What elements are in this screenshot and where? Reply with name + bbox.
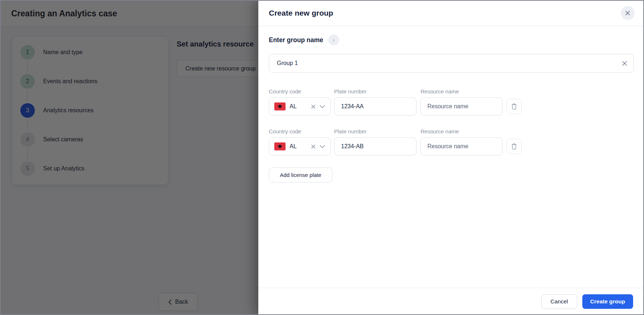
info-icon[interactable]: i [328,35,339,45]
select-icons [311,104,325,109]
chevron-down-icon[interactable] [320,145,325,148]
resource-name-label: Resource name [421,88,459,94]
close-button[interactable] [621,6,635,20]
country-code-select[interactable]: AL [269,97,331,116]
close-icon [625,10,631,16]
delete-plate-row-button[interactable] [506,139,522,154]
group-name-input[interactable] [269,54,634,73]
create-group-button[interactable]: Create group [582,294,633,309]
select-icons [311,144,325,149]
country-code-label: Country code [269,88,301,94]
resource-name-label: Resource name [421,128,459,134]
resource-name-input[interactable] [421,97,503,116]
group-name-section: Enter group name i [269,35,339,45]
group-name-field-wrap [269,54,634,73]
albania-flag-icon [274,142,286,150]
resource-name-input[interactable] [421,137,503,156]
country-code-select[interactable]: AL [269,137,331,156]
plate-number-input[interactable] [334,97,417,116]
drawer-footer: Cancel Create group [258,288,644,315]
clear-selection-icon[interactable] [311,144,316,149]
plate-number-label: Plate number [334,88,366,94]
delete-plate-row-button[interactable] [506,99,522,114]
trash-icon [511,103,517,110]
plate-number-label: Plate number [334,128,366,134]
plate-number-input[interactable] [334,137,417,156]
country-code-value: AL [290,103,297,110]
chevron-down-icon[interactable] [320,105,325,108]
country-code-value: AL [290,143,297,150]
albania-flag-icon [274,102,286,110]
group-name-label: Enter group name [269,36,323,44]
drawer-title: Create new group [269,9,333,17]
create-new-group-drawer: Create new group Enter group name i Coun… [258,0,644,315]
cancel-button[interactable]: Cancel [541,294,577,309]
clear-selection-icon[interactable] [311,104,316,109]
add-license-plate-button[interactable]: Add license plate [269,167,332,182]
country-code-label: Country code [269,128,301,134]
screen: Creating an Analytics case 1 Name and ty… [0,0,644,315]
clear-group-name-button[interactable] [620,59,629,68]
clear-icon [622,60,628,66]
drawer-header: Create new group [258,0,644,26]
trash-icon [511,143,517,150]
